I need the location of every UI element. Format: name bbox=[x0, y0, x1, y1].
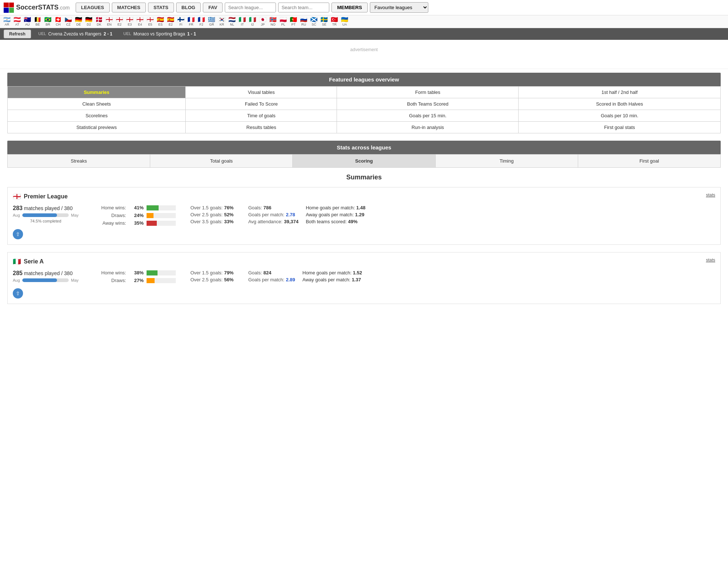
league-stats-link[interactable]: stats bbox=[706, 193, 715, 198]
league-header: 🇮🇹 Serie A bbox=[13, 258, 715, 266]
nav-matches[interactable]: MATCHES bbox=[112, 3, 146, 12]
league-flag: 🏴󠁧󠁢󠁥󠁮󠁧󠁿 bbox=[13, 193, 21, 201]
logo-com: .com bbox=[58, 5, 69, 11]
draws-row: Draws: 27% bbox=[93, 278, 176, 283]
flag-ch[interactable]: 🇨🇭CH bbox=[54, 17, 62, 26]
tab-goals-per-15[interactable]: Goals per 15 min. bbox=[337, 110, 519, 122]
tab-both-teams[interactable]: Both Teams Scored bbox=[337, 98, 519, 110]
tab-half[interactable]: 1st half / 2nd half bbox=[519, 87, 721, 98]
timeline-from: Aug bbox=[13, 278, 20, 282]
flag-dk[interactable]: 🇩🇰DK bbox=[95, 17, 103, 26]
goals-per-match-row: Goals per match: 2.78 bbox=[248, 212, 299, 217]
tab-statistical-previews[interactable]: Statistical previews bbox=[8, 122, 186, 133]
flag-fr[interactable]: 🇫🇷FR bbox=[187, 17, 195, 26]
flag-pt[interactable]: 🇵🇹PT bbox=[289, 17, 297, 26]
scroll-up-button[interactable]: ⇧ bbox=[13, 229, 23, 239]
flag-de[interactable]: 🇩🇪DE bbox=[75, 17, 83, 26]
refresh-button[interactable]: Refresh bbox=[4, 30, 31, 38]
favourite-leagues-select[interactable]: Favourite leagues bbox=[370, 2, 428, 13]
league-flag: 🇮🇹 bbox=[13, 258, 21, 266]
away-goals-row: Away goals per match: 1.37 bbox=[303, 277, 362, 282]
flag-se[interactable]: 🇸🇪SE bbox=[320, 17, 328, 26]
flag-sc[interactable]: 🏴󠁧󠁢󠁳󠁣󠁴󠁿SC bbox=[310, 17, 318, 26]
timeline: Aug May bbox=[13, 213, 79, 217]
away-wins-bar bbox=[147, 221, 176, 226]
win-bars: Home wins: 41% Draws: 24% Away wins: bbox=[93, 205, 176, 226]
flag-br[interactable]: 🇧🇷BR bbox=[44, 17, 52, 26]
ticker-item-1[interactable]: UELMonaco vs Sporting Braga1 - 1 bbox=[124, 31, 196, 37]
flag-e2[interactable]: 🇪🇸E2 bbox=[167, 17, 175, 26]
flag-fi[interactable]: 🇫🇮FI bbox=[177, 17, 185, 26]
nav-buttons: LEAGUESMATCHESSTATSBLOGFAV bbox=[76, 3, 223, 12]
flag-e3[interactable]: 🏴󠁧󠁢󠁥󠁮󠁧󠁿E3 bbox=[126, 17, 134, 26]
league-name[interactable]: Serie A bbox=[24, 258, 44, 265]
tab-summaries[interactable]: Summaries bbox=[8, 87, 186, 98]
flag-au[interactable]: 🇦🇺AU bbox=[23, 17, 31, 26]
flag-kr[interactable]: 🇰🇷KR bbox=[218, 17, 226, 26]
flag-jp[interactable]: 🇯🇵JP bbox=[259, 17, 267, 26]
flag-no[interactable]: 🇳🇴NO bbox=[269, 17, 277, 26]
tab-clean-sheets[interactable]: Clean Sheets bbox=[8, 98, 186, 110]
stats-nav-first-goal[interactable]: First goal bbox=[578, 155, 720, 167]
stats-nav-timing[interactable]: Timing bbox=[436, 155, 578, 167]
flag-i2[interactable]: 🇮🇹I2 bbox=[249, 17, 257, 26]
nav-stats[interactable]: STATS bbox=[148, 3, 174, 12]
flag-it[interactable]: 🇮🇹IT bbox=[238, 17, 246, 26]
nav-leagues[interactable]: LEAGUES bbox=[76, 3, 110, 12]
flag-es[interactable]: 🇪🇸ES bbox=[156, 17, 164, 26]
goals-row: Goals: 824 bbox=[248, 270, 295, 275]
flag-gr[interactable]: 🇬🇷GR bbox=[208, 17, 216, 26]
flag-nl[interactable]: 🇳🇱NL bbox=[228, 17, 236, 26]
tab-scorelines[interactable]: Scorelines bbox=[8, 110, 186, 122]
nav-fav[interactable]: FAV bbox=[203, 3, 223, 12]
home-wins-row: Home wins: 41% bbox=[93, 205, 176, 210]
over25-row: Over 2.5 goals: 52% bbox=[190, 212, 234, 217]
search-team-input[interactable] bbox=[278, 3, 329, 12]
logo[interactable]: SoccerSTATS.com bbox=[4, 3, 70, 13]
both-teams-scored-row: Both teams scored: 49% bbox=[306, 219, 365, 224]
flag-e5[interactable]: 🏴󠁧󠁢󠁥󠁮󠁧󠁿E5 bbox=[146, 17, 154, 26]
search-league-input[interactable] bbox=[225, 3, 276, 12]
scroll-up-button[interactable]: ⇧ bbox=[13, 288, 23, 298]
home-wins-label: Home wins: bbox=[93, 205, 126, 210]
league-stats-link[interactable]: stats bbox=[706, 258, 715, 263]
flag-e2[interactable]: 🏴󠁧󠁢󠁥󠁮󠁧󠁿E2 bbox=[115, 17, 124, 26]
tab-results-tables[interactable]: Results tables bbox=[186, 122, 337, 133]
tab-failed-to-score[interactable]: Failed To Score bbox=[186, 98, 337, 110]
flag-ar[interactable]: 🇦🇷AR bbox=[3, 17, 11, 26]
flag-ru[interactable]: 🇷🇺RU bbox=[300, 17, 308, 26]
draws-pct: 24% bbox=[129, 213, 144, 218]
flag-at[interactable]: 🇦🇹AT bbox=[13, 17, 21, 26]
stats-nav-total-goals[interactable]: Total goals bbox=[150, 155, 293, 167]
tab-first-goal-stats[interactable]: First goal stats bbox=[519, 122, 721, 133]
nav-blog[interactable]: BLOG bbox=[176, 3, 201, 12]
flag-en[interactable]: 🏴󠁧󠁢󠁥󠁮󠁧󠁿EN bbox=[105, 17, 113, 26]
home-goals-row: Home goals per match: 1.52 bbox=[303, 270, 362, 275]
flag-cz[interactable]: 🇨🇿CZ bbox=[64, 17, 72, 26]
flag-pl[interactable]: 🇵🇱PL bbox=[279, 17, 287, 26]
flag-be[interactable]: 🇧🇪BE bbox=[34, 17, 42, 26]
home-wins-pct: 41% bbox=[129, 205, 144, 210]
members-button[interactable]: MEMBERS bbox=[331, 3, 367, 12]
tab-goals-per-10[interactable]: Goals per 10 min. bbox=[519, 110, 721, 122]
tab-time-of-goals[interactable]: Time of goals bbox=[186, 110, 337, 122]
tab-visual-tables[interactable]: Visual tables bbox=[186, 87, 337, 98]
flag-d2[interactable]: 🇩🇪D2 bbox=[85, 17, 93, 26]
tab-scored-both-halves[interactable]: Scored in Both Halves bbox=[519, 98, 721, 110]
ticker-item-0[interactable]: UELCrvena Zvezda vs Rangers2 - 1 bbox=[38, 31, 113, 37]
tab-run-in-analysis[interactable]: Run-in analysis bbox=[337, 122, 519, 133]
completion: 74.5% completed bbox=[13, 219, 79, 223]
flag-ua[interactable]: 🇺🇦UA bbox=[341, 17, 349, 26]
flag-f2[interactable]: 🇫🇷F2 bbox=[197, 17, 205, 26]
home-wins-pct: 38% bbox=[129, 270, 144, 275]
stats-nav-streaks[interactable]: Streaks bbox=[8, 155, 150, 167]
flag-tr[interactable]: 🇹🇷TR bbox=[330, 17, 338, 26]
tab-form-tables[interactable]: Form tables bbox=[337, 87, 519, 98]
stats-nav-scoring[interactable]: Scoring bbox=[293, 155, 435, 167]
over15-row: Over 1.5 goals: 76% bbox=[190, 205, 234, 210]
away-goals-row: Away goals per match: 1.29 bbox=[306, 212, 365, 217]
flag-e4[interactable]: 🏴󠁧󠁢󠁥󠁮󠁧󠁿E4 bbox=[136, 17, 144, 26]
league-content: 285 matches played / 380 Aug May ⇧ Home bbox=[13, 270, 715, 298]
league-name[interactable]: Premier League bbox=[24, 193, 68, 200]
timeline-bar bbox=[22, 213, 69, 217]
